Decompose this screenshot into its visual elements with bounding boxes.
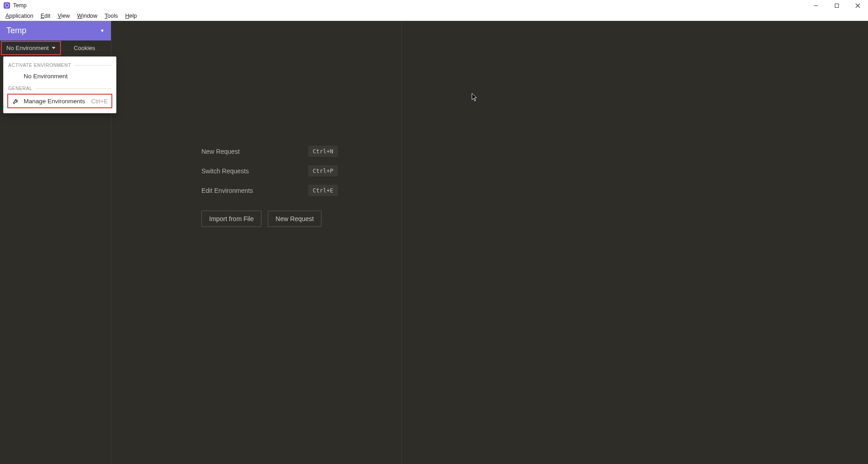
sidebar-toolbar: No Environment Cookies: [0, 40, 111, 55]
menu-edit[interactable]: Edit: [37, 12, 54, 20]
request-pane: New Request Ctrl+N Switch Requests Ctrl+…: [111, 21, 401, 464]
window-titlebar: Temp: [0, 0, 868, 11]
environment-selector[interactable]: No Environment: [2, 42, 60, 54]
divider: [36, 88, 111, 89]
workspace-header[interactable]: Temp ▼: [0, 21, 111, 40]
welcome-row-label: New Request: [201, 148, 240, 155]
environment-selector-highlight: No Environment: [1, 41, 61, 55]
window-controls: [805, 0, 868, 11]
menu-label: ools: [107, 13, 118, 19]
app-icon: [4, 2, 10, 9]
menu-label: indow: [82, 13, 97, 19]
welcome-row: New Request Ctrl+N: [201, 146, 338, 157]
dropdown-section-general: GENERAL: [4, 83, 116, 93]
menu-application[interactable]: Application: [2, 12, 37, 20]
welcome-row: Edit Environments Ctrl+E: [201, 185, 338, 196]
dropdown-item-no-environment[interactable]: No Environment: [4, 70, 116, 83]
import-from-file-button[interactable]: Import from File: [201, 211, 261, 227]
new-request-button[interactable]: New Request: [268, 211, 321, 227]
main-area: Temp ▼ No Environment Cookies New Reques…: [0, 21, 868, 464]
divider: [75, 65, 111, 66]
workspace-name: Temp: [6, 26, 26, 35]
welcome-row-label: Edit Environments: [201, 187, 253, 194]
window-minimize-button[interactable]: [805, 0, 826, 11]
response-pane: [401, 21, 868, 464]
dropdown-section-activate: ACTIVATE ENVIRONMENT: [4, 60, 116, 70]
window-close-button[interactable]: [847, 0, 868, 11]
dropdown-section-label: GENERAL: [8, 86, 32, 91]
keyboard-shortcut: Ctrl+N: [308, 146, 338, 157]
menu-label: pplication: [9, 13, 33, 19]
caret-down-icon: ▼: [100, 28, 105, 33]
cookies-button[interactable]: Cookies: [74, 45, 95, 51]
menubar: Application Edit View Window Tools Help: [0, 11, 868, 21]
content-area: New Request Ctrl+N Switch Requests Ctrl+…: [111, 21, 868, 464]
window-maximize-button[interactable]: [826, 0, 847, 11]
welcome-row-label: Switch Requests: [201, 167, 249, 175]
keyboard-shortcut: Ctrl+P: [308, 165, 338, 177]
dropdown-item-manage-environments[interactable]: Manage Environments Ctrl+E: [7, 94, 112, 108]
environment-label: No Environment: [6, 45, 49, 51]
menu-help[interactable]: Help: [121, 12, 140, 20]
dropdown-section-label: ACTIVATE ENVIRONMENT: [8, 62, 71, 68]
menu-label: iew: [61, 13, 70, 19]
menu-view[interactable]: View: [54, 12, 74, 20]
environment-dropdown: ACTIVATE ENVIRONMENT No Environment GENE…: [3, 56, 116, 113]
menu-label: elp: [129, 13, 137, 19]
keyboard-shortcut: Ctrl+E: [308, 185, 338, 196]
wrench-icon: [12, 97, 19, 105]
menu-window[interactable]: Window: [74, 12, 101, 20]
welcome-buttons: Import from File New Request: [201, 211, 338, 227]
dropdown-item-label: Manage Environments: [24, 98, 85, 105]
welcome-row: Switch Requests Ctrl+P: [201, 165, 338, 177]
menu-label: dit: [45, 13, 50, 19]
welcome-panel: New Request Ctrl+N Switch Requests Ctrl+…: [201, 146, 338, 227]
menu-tools[interactable]: Tools: [101, 12, 121, 20]
keyboard-shortcut: Ctrl+E: [91, 98, 108, 105]
window-title: Temp: [13, 2, 26, 9]
svg-rect-1: [835, 4, 838, 7]
caret-down-icon: [52, 47, 55, 49]
